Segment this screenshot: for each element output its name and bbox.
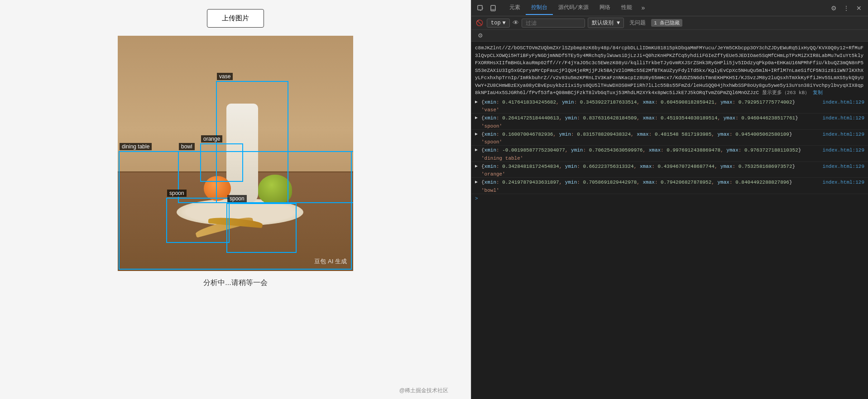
console-label-dining: 'dining table' xyxy=(471,155,868,162)
clear-console-icon[interactable]: 🚫 xyxy=(475,19,484,28)
console-label-vase: 'vase' xyxy=(471,107,868,113)
tab-console[interactable]: 控制台 xyxy=(526,1,553,15)
console-prompt: > xyxy=(471,194,868,203)
expand-arrow-orange[interactable] xyxy=(475,163,480,170)
devtools-settings-row: ⚙ xyxy=(471,30,868,42)
bbox-spoon2: spoon xyxy=(226,203,297,253)
console-link-dining[interactable]: index.html:129 xyxy=(819,147,864,154)
bbox-spoon2-label: spoon xyxy=(227,195,247,202)
expand-arrow-spoon2[interactable] xyxy=(475,131,480,138)
bbox-vase-label: vase xyxy=(217,73,233,80)
console-obj-spoon1: {xmin: 0.26414725184440613, ymin: 0.8376… xyxy=(481,114,819,122)
expand-arrow-spoon1[interactable] xyxy=(475,114,480,121)
device-mode-icon[interactable] xyxy=(488,3,499,14)
console-link-spoon2[interactable]: index.html:129 xyxy=(819,131,864,138)
console-base64-text: c8mJKZlnt//Z/bOSCTOVmZUQbmZXrlSZpbmp8zK6… xyxy=(471,43,868,98)
context-dropdown[interactable]: top ▼ xyxy=(487,19,510,28)
console-link-orange[interactable]: index.html:129 xyxy=(819,163,864,171)
console-entry-vase: {xmin: 0.4176418334245682, ymin: 0.34539… xyxy=(471,98,868,114)
eye-icon[interactable]: 👁 xyxy=(513,19,519,27)
tab-sources[interactable]: 源代码/来源 xyxy=(553,1,594,15)
bottom-watermark: @稀土掘金技术社区 xyxy=(399,387,448,394)
tab-elements[interactable]: 元素 xyxy=(504,1,526,15)
bbox-spoon1: spoon xyxy=(166,198,230,243)
console-label-spoon1: 'spoon' xyxy=(471,123,868,129)
console-entry-spoon1: {xmin: 0.26414725184440613, ymin: 0.8376… xyxy=(471,114,868,130)
console-entry-orange: {xmin: 0.34284818172454834, ymin: 0.6622… xyxy=(471,162,868,178)
console-label-bowl: 'bowl' xyxy=(471,187,868,194)
console-entry-bowl: {xmin: 0.24197879433631897, ymin: 0.7058… xyxy=(471,178,868,194)
log-level-dropdown[interactable]: 默认级别 ▼ xyxy=(588,18,624,28)
console-obj-orange: {xmin: 0.34284818172454834, ymin: 0.6622… xyxy=(481,163,819,171)
svg-point-5 xyxy=(493,10,493,10)
expand-arrow-vase[interactable] xyxy=(475,99,480,105)
bbox-bowl-label: bowl xyxy=(179,143,195,150)
console-settings-icon[interactable]: ⚙ xyxy=(475,30,486,41)
svg-rect-0 xyxy=(478,5,482,10)
console-label-orange: 'orange' xyxy=(471,171,868,177)
tab-performance[interactable]: 性能 xyxy=(616,1,638,15)
console-link-vase[interactable]: index.html:129 xyxy=(819,99,864,106)
devtools-topbar: 元素 控制台 源代码/来源 网络 性能 » ⚙ ⋮ ✕ xyxy=(471,0,868,16)
console-link-spoon1[interactable]: index.html:129 xyxy=(819,114,864,122)
expand-arrow-bowl[interactable] xyxy=(475,179,480,185)
bbox-bowl: bowl xyxy=(178,151,353,203)
no-issues-label: 无问题 xyxy=(627,19,648,27)
console-obj-bowl: {xmin: 0.24197879433631897, ymin: 0.7058… xyxy=(481,179,819,186)
status-text: 分析中...请稍等一会 xyxy=(203,278,267,288)
filter-input[interactable] xyxy=(522,19,585,28)
expand-arrow-dining[interactable] xyxy=(475,147,480,153)
inspect-element-icon[interactable] xyxy=(475,3,486,14)
devtools-content[interactable]: c8mJKZlnt//Z/bOSCTOVmZUQbmZXrlSZpbmp8zK6… xyxy=(471,42,868,399)
devtools-panel: 元素 控制台 源代码/来源 网络 性能 » ⚙ ⋮ ✕ 🚫 top ▼ 👁 默认… xyxy=(471,0,868,399)
console-obj-spoon2: {xmin: 0.160070046782936, ymin: 0.831578… xyxy=(481,131,819,138)
close-devtools-icon[interactable]: ✕ xyxy=(854,3,864,14)
console-obj-vase: {xmin: 0.4176418334245682, ymin: 0.34539… xyxy=(481,99,819,106)
image-container: dining table vase orange bowl spoon spoo… xyxy=(118,36,353,271)
bbox-orange-label: orange xyxy=(201,135,222,142)
console-entry-dining: {xmin: -0.001985877752304077, ymin: 0.70… xyxy=(471,146,868,162)
settings-icon[interactable]: ⚙ xyxy=(828,3,839,14)
left-panel: 上传图片 dining table vase orange bowl spoon… xyxy=(0,0,471,399)
image-watermark: 豆包 AI 生成 xyxy=(314,257,347,266)
more-options-icon[interactable]: ⋮ xyxy=(841,3,852,14)
devtools-toolbar: 🚫 top ▼ 👁 默认级别 ▼ 无问题 1 条已隐藏 xyxy=(471,16,868,30)
more-tabs-icon[interactable]: » xyxy=(638,2,648,14)
upload-button[interactable]: 上传图片 xyxy=(207,9,264,28)
console-link-bowl[interactable]: index.html:129 xyxy=(819,179,864,186)
chevron-down-icon: ▼ xyxy=(503,20,506,26)
tab-network[interactable]: 网络 xyxy=(594,1,616,15)
console-obj-dining: {xmin: -0.001985877752304077, ymin: 0.70… xyxy=(481,147,819,154)
console-label-spoon2: 'spoon' xyxy=(471,139,868,145)
bbox-spoon1-label: spoon xyxy=(167,190,187,197)
context-label: top xyxy=(491,20,501,26)
issues-badge: 1 条已隐藏 xyxy=(651,19,682,27)
bbox-dining-table-label: dining table xyxy=(120,143,152,150)
devtools-settings-group: ⚙ ⋮ ✕ xyxy=(828,3,864,14)
console-entry-spoon2: {xmin: 0.160070046782936, ymin: 0.831578… xyxy=(471,130,868,146)
